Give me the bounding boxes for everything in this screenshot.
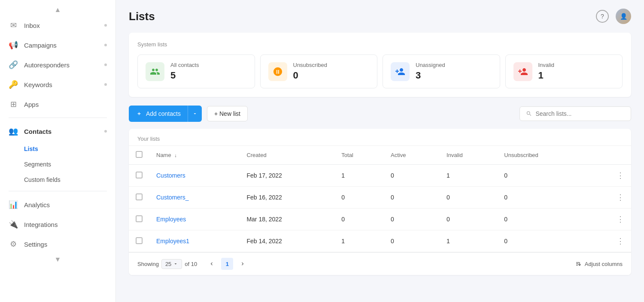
th-unsubscribed[interactable]: Unsubscribed	[497, 146, 589, 165]
table-row: Customers Feb 17, 2022 1 0 1 0 ⋮	[129, 165, 631, 187]
card-invalid[interactable]: Invalid 1	[505, 54, 623, 88]
your-lists-label: Your lists	[129, 129, 631, 146]
invalid-icon	[513, 62, 532, 81]
sidebar-item-settings[interactable]: ⚙ Settings	[0, 234, 115, 254]
row-name-1[interactable]: Customers	[149, 165, 240, 187]
row-checkbox[interactable]	[136, 215, 143, 222]
sidebar-item-inbox[interactable]: ✉ Inbox	[0, 15, 115, 35]
row-total-1: 1	[334, 165, 384, 187]
search-input[interactable]	[535, 110, 625, 117]
help-button[interactable]: ?	[596, 10, 609, 23]
sidebar-dot-contacts	[104, 130, 107, 133]
sidebar-dot-campaigns	[104, 44, 107, 46]
th-invalid[interactable]: Invalid	[440, 146, 497, 165]
system-cards: All contacts 5 Unsubscribed 0 Unassi	[137, 54, 623, 88]
page-title: Lists	[129, 10, 155, 23]
new-list-button[interactable]: + New list	[207, 106, 248, 121]
showing-text: Showing 25 of 10	[137, 259, 197, 269]
adjust-columns-icon	[575, 260, 582, 267]
row-actions-4[interactable]: ⋮	[589, 230, 631, 252]
avatar[interactable]: 👤	[616, 9, 631, 24]
card-all-contacts[interactable]: All contacts 5	[137, 54, 255, 88]
sidebar-item-campaigns[interactable]: 📢 Campaigns	[0, 35, 115, 55]
prev-page-button[interactable]	[206, 258, 218, 270]
lists-table-section: Your lists Name ↓ Created Total	[129, 129, 631, 275]
invalid-info: Invalid 1	[538, 62, 555, 81]
pagination: 1	[206, 258, 249, 270]
row-checkbox[interactable]	[136, 172, 143, 178]
sidebar-item-custom-fields[interactable]: Custom fields	[0, 172, 115, 187]
sidebar-label-inbox: Inbox	[24, 22, 40, 29]
sidebar-item-keywords[interactable]: 🔑 Keywords	[0, 75, 115, 94]
row-checkbox-4	[129, 230, 149, 252]
row-name-3[interactable]: Employees	[149, 208, 240, 230]
unassigned-value: 3	[416, 70, 445, 81]
integrations-icon: 🔌	[9, 220, 18, 229]
row-checkbox-3	[129, 208, 149, 230]
col-unsubscribed: Unsubscribed	[504, 152, 538, 158]
adjust-columns-button[interactable]: Adjust columns	[575, 260, 623, 267]
card-unsubscribed[interactable]: Unsubscribed 0	[260, 54, 378, 88]
lists-table: Name ↓ Created Total Active Invalid	[129, 146, 631, 252]
sidebar-item-contacts[interactable]: 👥 Contacts	[0, 121, 115, 141]
sidebar-dot-inbox	[104, 24, 107, 27]
row-actions-3[interactable]: ⋮	[589, 208, 631, 230]
sidebar-scroll-down[interactable]: ▼	[0, 254, 115, 265]
keywords-icon: 🔑	[9, 80, 18, 89]
row-checkbox[interactable]	[136, 193, 143, 200]
new-list-label: + New list	[214, 110, 240, 117]
table-header-row: Name ↓ Created Total Active Invalid	[129, 146, 631, 165]
row-invalid-4: 1	[440, 230, 497, 252]
sidebar-item-integrations[interactable]: 🔌 Integrations	[0, 214, 115, 234]
table-row: Employees Mar 18, 2022 0 0 0 0 ⋮	[129, 208, 631, 230]
row-invalid-3: 0	[440, 208, 497, 230]
th-created[interactable]: Created	[240, 146, 334, 165]
sidebar-label-integrations: Integrations	[24, 221, 58, 228]
row-actions-2[interactable]: ⋮	[589, 187, 631, 208]
row-checkbox-2	[129, 187, 149, 208]
card-unassigned[interactable]: Unassigned 3	[383, 54, 500, 88]
table-row: Employees1 Feb 14, 2022 1 0 1 0 ⋮	[129, 230, 631, 252]
th-active[interactable]: Active	[384, 146, 440, 165]
per-page-select[interactable]: 25	[161, 259, 182, 269]
add-contacts-button[interactable]: Add contacts	[129, 106, 202, 122]
showing-label: Showing	[137, 261, 159, 267]
sidebar-item-lists[interactable]: Lists	[0, 141, 115, 157]
th-total[interactable]: Total	[334, 146, 384, 165]
add-contacts-dropdown-arrow[interactable]	[188, 107, 202, 121]
search-box[interactable]	[519, 106, 631, 121]
next-page-button[interactable]	[237, 258, 249, 270]
invalid-name: Invalid	[538, 62, 555, 68]
sidebar-item-autoresponders[interactable]: 🔗 Autoresponders	[0, 55, 115, 75]
th-name[interactable]: Name ↓	[149, 146, 240, 165]
row-checkbox[interactable]	[136, 237, 143, 244]
row-invalid-2: 0	[440, 187, 497, 208]
row-name-2[interactable]: Customers_	[149, 187, 240, 208]
th-checkbox	[129, 146, 149, 165]
page-1-button[interactable]: 1	[221, 258, 233, 270]
search-icon	[526, 110, 532, 117]
sidebar-label-contacts: Contacts	[24, 128, 52, 135]
row-created-4: Feb 14, 2022	[240, 230, 334, 252]
row-name-4[interactable]: Employees1	[149, 230, 240, 252]
col-invalid: Invalid	[447, 152, 463, 158]
sidebar-dot-autoresponders	[104, 63, 107, 66]
all-contacts-value: 5	[170, 70, 199, 81]
header: Lists ? 👤	[129, 9, 631, 24]
sidebar-scroll-up[interactable]: ▲	[0, 4, 115, 15]
sidebar-item-segments[interactable]: Segments	[0, 157, 115, 172]
row-active-1: 0	[384, 165, 440, 187]
row-active-3: 0	[384, 208, 440, 230]
select-all-checkbox[interactable]	[136, 151, 143, 158]
add-contacts-label: Add contacts	[146, 110, 181, 117]
row-actions-1[interactable]: ⋮	[589, 165, 631, 187]
row-checkbox-1	[129, 165, 149, 187]
sidebar-label-apps: Apps	[24, 101, 39, 108]
sidebar-item-analytics[interactable]: 📊 Analytics	[0, 195, 115, 214]
contacts-icon: 👥	[9, 127, 18, 136]
toolbar: Add contacts + New list	[129, 106, 631, 122]
sidebar-item-apps[interactable]: ⊞ Apps	[0, 94, 115, 114]
unsubscribed-info: Unsubscribed 0	[293, 62, 328, 81]
add-contacts-main: Add contacts	[129, 106, 188, 121]
all-contacts-info: All contacts 5	[170, 62, 199, 81]
